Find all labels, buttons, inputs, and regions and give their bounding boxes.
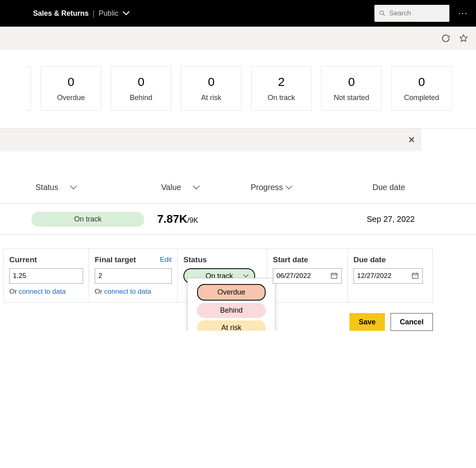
tile-count: 2: [278, 75, 285, 89]
tile-count: 0: [68, 75, 75, 89]
tile-label: Not started: [334, 94, 369, 102]
sub-toolbar: [0, 27, 476, 50]
chevron-down-icon: [193, 185, 200, 190]
metric-tile-on-track[interactable]: 2 On track: [251, 66, 312, 111]
more-options-button[interactable]: ···: [458, 8, 468, 19]
edit-cell-status: Status On track Overdue Behind At risk O…: [178, 249, 267, 302]
title-separator: |: [93, 9, 95, 18]
top-header: Sales & Returns | Public ···: [0, 0, 476, 27]
connect-to-data-link[interactable]: connect to data: [19, 288, 66, 295]
value-denominator: /9K: [187, 216, 198, 225]
current-input[interactable]: [9, 268, 83, 284]
metric-edit-grid: Current Or connect to data Final target …: [3, 249, 433, 303]
title-text: Sales & Returns: [33, 9, 89, 18]
panel-header: ✕: [0, 129, 422, 151]
value-main: 7.87K: [157, 213, 187, 226]
cell-label: Start date: [273, 255, 308, 264]
tile-label: Behind: [130, 94, 152, 102]
tile-count: 0: [208, 75, 215, 89]
cancel-button[interactable]: Cancel: [391, 313, 433, 331]
metric-tiles-row: 0 Overdue 0 Behind 0 At risk 2 On track …: [0, 50, 476, 127]
tile-label: Completed: [404, 94, 439, 102]
col-label: Status: [35, 183, 58, 192]
edit-cell-due-date: Due date: [348, 249, 428, 302]
chevron-down-icon: [123, 11, 130, 16]
tile-label: On track: [268, 94, 295, 102]
tile-count: 0: [348, 75, 355, 89]
metric-tile-overdue[interactable]: 0 Overdue: [41, 66, 101, 111]
connect-to-data-link[interactable]: connect to data: [104, 288, 151, 295]
tile-label: Overdue: [57, 94, 85, 102]
col-header-status[interactable]: Status: [0, 183, 129, 192]
edit-cell-current: Current Or connect to data: [4, 249, 89, 302]
col-header-due-date: Due date: [335, 183, 405, 192]
header-right: ···: [374, 5, 468, 22]
metric-tile-behind[interactable]: 0 Behind: [111, 66, 171, 111]
chevron-down-icon: [70, 185, 77, 190]
col-label: Value: [161, 183, 181, 192]
calendar-icon[interactable]: [412, 272, 419, 279]
dropdown-option-behind[interactable]: Behind: [197, 303, 266, 318]
search-icon: [379, 10, 385, 17]
svg-line-1: [383, 14, 385, 16]
final-target-input[interactable]: [95, 268, 172, 284]
col-header-progress[interactable]: Progress: [250, 183, 335, 192]
cell-label: Final target: [95, 255, 136, 264]
title-subtitle: Public: [99, 9, 118, 18]
edit-cell-final-target: Final target Edit Or connect to data: [89, 249, 178, 302]
summary-status: On track: [0, 212, 129, 227]
edit-cell-start-date: Start date: [267, 249, 348, 302]
tile-count: 0: [138, 75, 145, 89]
chevron-down-icon: [243, 274, 249, 278]
workspace-title[interactable]: Sales & Returns | Public: [33, 9, 130, 18]
metric-tile-partial: [25, 66, 31, 111]
svg-point-0: [380, 11, 383, 15]
metric-tile-at-risk[interactable]: 0 At risk: [181, 66, 241, 111]
svg-rect-2: [331, 274, 337, 279]
edit-link[interactable]: Edit: [160, 256, 172, 264]
cell-label: Due date: [353, 255, 386, 264]
dropdown-option-overdue[interactable]: Overdue: [197, 284, 266, 301]
search-input[interactable]: [389, 9, 445, 17]
star-icon[interactable]: [459, 34, 468, 43]
tile-count: 0: [418, 75, 425, 89]
metric-tile-completed[interactable]: 0 Completed: [391, 66, 452, 111]
metric-tile-not-started[interactable]: 0 Not started: [321, 66, 382, 111]
search-box[interactable]: [374, 5, 449, 22]
tile-label: At risk: [201, 94, 221, 102]
calendar-icon[interactable]: [330, 272, 338, 279]
summary-due-date: Sep 27, 2022: [335, 215, 415, 224]
or-connect-line: Or connect to data: [95, 288, 172, 296]
metric-summary-row: On track 7.87K /9K Sep 27, 2022: [0, 203, 476, 235]
save-button[interactable]: Save: [349, 313, 385, 331]
col-label: Due date: [372, 183, 405, 192]
summary-value: 7.87K /9K: [129, 213, 250, 226]
status-dropdown: Overdue Behind At risk On track Not star…: [187, 278, 275, 331]
chevron-down-icon: [285, 185, 293, 190]
svg-rect-6: [412, 274, 418, 279]
column-headers: Status Value Progress Due date: [0, 151, 476, 203]
cell-label: Status: [183, 255, 207, 264]
dropdown-option-at-risk[interactable]: At risk: [197, 320, 266, 331]
col-label: Progress: [251, 183, 283, 192]
close-icon[interactable]: ✕: [408, 135, 415, 145]
col-header-value[interactable]: Value: [129, 183, 250, 192]
cell-label: Current: [9, 255, 37, 264]
or-connect-line: Or connect to data: [9, 288, 83, 296]
refresh-icon[interactable]: [441, 34, 450, 43]
status-pill[interactable]: On track: [31, 212, 144, 227]
